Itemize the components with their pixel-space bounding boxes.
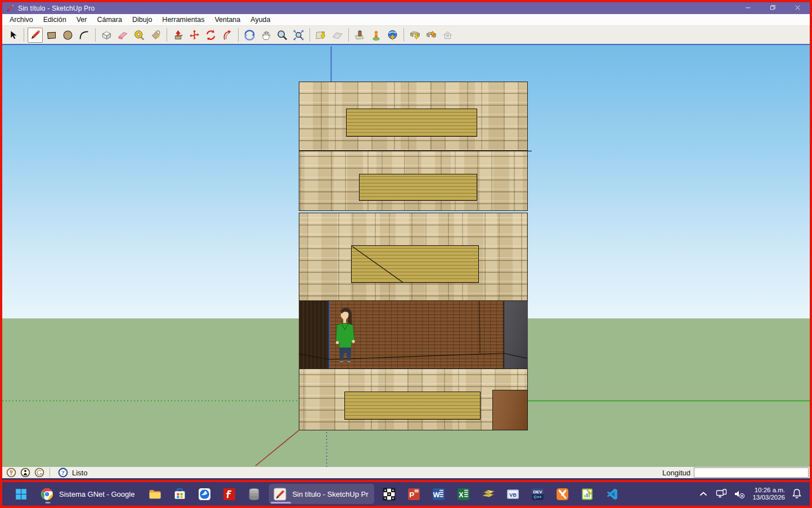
taskbar-database-tool-button[interactable] [244,484,264,504]
help-icon[interactable]: ? [58,467,68,478]
taskbar-file-explorer-button[interactable] [145,484,165,504]
status-text: Listo [72,469,87,477]
notepad-plus-plus-icon [580,487,594,501]
rectangle-icon [46,29,57,41]
line-tool-button[interactable] [28,28,43,43]
toggle-terrain-tool-button[interactable] [330,28,345,43]
give-credit-icon[interactable] [34,467,44,478]
taskbar-dice-game-button[interactable] [379,484,399,504]
main-toolbar [2,26,810,44]
share-component-icon [442,29,454,41]
taskbar-visual-basic-button[interactable]: VB [503,484,523,504]
toolbar-separator [348,28,349,42]
share-component-tool-button[interactable] [440,28,455,43]
paint-bucket-tool-button[interactable] [148,28,163,43]
pan-tool-button[interactable] [258,28,273,43]
menu-item-ventana[interactable]: Ventana [209,14,245,25]
tray-chevron-icon[interactable] [697,488,710,500]
claim-credit-icon[interactable] [20,467,30,478]
taskbar-microsoft-store-button[interactable] [170,484,190,504]
toolbar-separator [167,28,167,42]
sketchup-task-label: Sin título - SketchUp Pr [292,490,368,498]
google-earth-tool-button[interactable] [385,28,400,43]
taskbar-dev-cpp-button[interactable]: DEVC++ [528,484,548,504]
orbit-tool-button[interactable] [242,28,257,43]
circle-tool-button[interactable] [60,28,75,43]
arc-tool-button[interactable] [77,28,92,43]
window-panel-4[interactable] [344,392,481,420]
taskbar-excel-button[interactable]: X [454,484,473,504]
vscode-icon [605,487,619,501]
window-panel-3[interactable] [351,245,479,283]
taskbar-xampp-button[interactable] [553,484,572,504]
taskbar-yellow-cad-app-button[interactable] [478,484,498,504]
minimize-button[interactable] [735,2,760,14]
window-panel-2[interactable] [359,174,477,201]
measurement-label: Longitud [662,469,690,477]
menu-item-dibujo[interactable]: Dibujo [127,14,157,25]
door[interactable] [492,390,528,430]
get-models-tool-button[interactable] [369,28,384,43]
close-button[interactable] [785,2,810,14]
taskbar-notepad-plus-plus-button[interactable] [577,484,597,504]
building-model[interactable] [299,82,528,430]
zoom-icon [276,29,288,41]
zoom-extents-tool-button[interactable] [291,28,306,43]
menu-item-ver[interactable]: Ver [71,14,92,25]
offset-tool-button[interactable] [219,28,235,43]
make-component-icon [101,29,113,41]
tape-measure-tool-button[interactable] [132,28,147,43]
tray-clock[interactable]: 10:26 a.m. 13/03/2026 [752,487,785,501]
eraser-tool-button[interactable] [115,28,131,43]
circle-icon [62,29,74,41]
rectangle-tool-button[interactable] [44,28,59,43]
taskbar-word-button[interactable]: W [429,484,448,504]
move-tool-button[interactable] [187,28,202,43]
share-model-tool-button[interactable] [424,28,439,43]
tray-notifications-icon[interactable] [791,488,803,500]
building-block-2[interactable] [299,151,528,211]
menu-item-herramientas[interactable]: Herramientas [157,14,209,25]
building-block-3[interactable] [299,213,528,301]
window-panel-1[interactable] [346,109,477,137]
rotate-tool-button[interactable] [203,28,218,43]
taskbar-blue-media-app-button[interactable] [195,484,214,504]
place-model-tool-button[interactable] [352,28,367,43]
menu-item-edicion[interactable]: Edición [38,14,71,25]
taskbar-start-button[interactable] [11,484,31,504]
system-tray: 10:26 a.m. 13/03/2026 [692,487,810,501]
building-block-top[interactable] [299,82,528,151]
get-current-view-tool-button[interactable] [313,28,329,43]
blue-media-app-icon [198,487,212,501]
menu-item-archivo[interactable]: Archivo [5,14,38,25]
tray-display-device-icon[interactable] [715,488,728,500]
start-icon [14,487,28,501]
tray-time: 10:26 a.m. [752,487,785,494]
taskbar-chrome-task[interactable]: Sistema GNet - Google [36,484,140,504]
menu-item-camara[interactable]: Cámara [92,14,127,25]
sketchup-window: Sin título - SketchUp Pro ArchivoEdición… [2,2,810,480]
arc-icon [78,29,90,41]
make-component-tool-button[interactable] [99,28,114,43]
interior-right-wall[interactable] [504,301,528,368]
taskbar-powerpoint-button[interactable]: P [404,484,424,504]
zoom-tool-button[interactable] [275,28,290,43]
tape-measure-icon [133,29,145,41]
drawing-viewport[interactable] [2,44,810,467]
restore-button[interactable] [760,2,785,14]
push-pull-tool-button[interactable] [171,28,186,43]
tray-speaker-muted-icon[interactable] [733,488,746,500]
get-warehouse-model-tool-button[interactable] [407,28,423,43]
measurement-input[interactable] [694,467,809,478]
taskbar-sketchup-task[interactable]: Sin título - SketchUp Pr [269,484,374,504]
person-figure[interactable] [330,305,363,364]
interior-left-wall[interactable] [299,301,329,368]
geolocation-icon[interactable] [6,467,16,478]
building-block-bottom[interactable] [299,368,528,430]
menu-item-ayuda[interactable]: Ayuda [245,14,275,25]
taskbar-filezilla-button[interactable] [219,484,239,504]
word-icon: W [432,487,446,501]
open-floor-level[interactable] [299,301,528,368]
select-tool-button[interactable] [5,28,20,43]
taskbar-vscode-button[interactable] [602,484,622,504]
